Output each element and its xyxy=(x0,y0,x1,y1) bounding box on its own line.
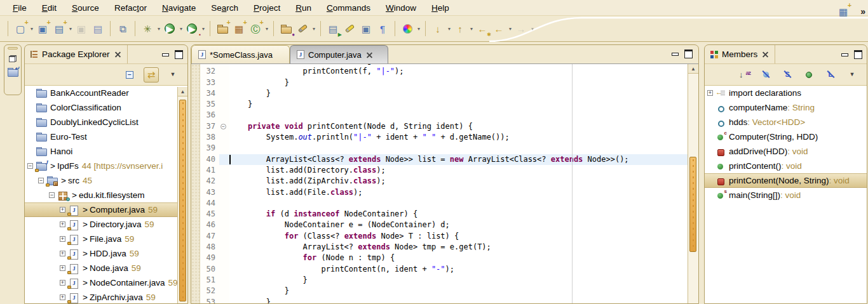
tree-item-ziparchiv-java[interactable]: +>ZipArchiv.java59 xyxy=(25,290,187,303)
tree-item-colorclassification[interactable]: ColorClassification xyxy=(25,100,187,115)
package-explorer-scrollbar[interactable]: ▲ xyxy=(177,87,187,303)
code-line-45[interactable]: 45 if (d instanceof NodeContainer) { xyxy=(200,209,688,220)
member-printcontent-[interactable]: printContent() : void xyxy=(705,159,867,173)
copy-pages-icon[interactable]: ⧉ xyxy=(115,21,130,36)
next-annotation-icon[interactable]: ↓▾ xyxy=(430,21,445,36)
open-resource-icon[interactable]: ● xyxy=(278,21,294,36)
menu-project[interactable]: Project xyxy=(246,2,288,14)
code-line-35[interactable]: 35 } xyxy=(200,99,688,110)
code-line-34[interactable]: 34 } xyxy=(200,88,688,99)
open-folder-fastview-icon[interactable]: ↵ xyxy=(7,67,18,77)
expand-toggle-icon[interactable]: + xyxy=(60,265,65,271)
menu-run[interactable]: Run xyxy=(288,2,319,14)
member-adddrive-hdd-[interactable]: addDrive(HDD) : void xyxy=(705,144,867,159)
expand-toggle-icon[interactable]: + xyxy=(60,236,65,242)
package-explorer-tab[interactable]: Package Explorer xyxy=(25,45,128,63)
maximize-button[interactable] xyxy=(175,50,182,57)
menu-source[interactable]: Source xyxy=(64,2,107,14)
new-package-icon[interactable]: ▦+ xyxy=(231,21,247,36)
code-line-51[interactable]: 51 } xyxy=(200,275,688,286)
toolbar-overflow-chevron[interactable]: » xyxy=(860,6,864,17)
hide-local-types-icon[interactable] xyxy=(823,67,838,83)
back-icon[interactable]: ←▾ xyxy=(491,21,506,36)
sort-icon[interactable] xyxy=(736,67,752,83)
perspective-icon[interactable]: ▦+ xyxy=(836,4,851,19)
tree-item-file-java[interactable]: +>File.java59 xyxy=(25,232,187,246)
menu-commands[interactable]: Commands xyxy=(319,2,378,14)
code-line-47[interactable]: 47 for (Class<? extends Node> T : list) … xyxy=(200,231,688,242)
debug-icon[interactable]: ✳▾ xyxy=(140,21,155,36)
run-last-tool-icon[interactable]: ▤▶ xyxy=(325,21,341,36)
member-import-declarations[interactable]: +import declarations xyxy=(705,86,867,100)
expand-toggle-icon[interactable]: + xyxy=(707,90,713,96)
code-line-42[interactable]: 42 list.add(ZipArchiv.class); xyxy=(200,176,688,187)
code-editor[interactable]: 31 for (File f : hdd.get(File.class)) {3… xyxy=(191,64,698,303)
search-icon[interactable]: ▾ xyxy=(295,21,310,36)
member-hdds[interactable]: hdds : Vector<HDD> xyxy=(705,115,867,129)
collapse-toggle-icon[interactable]: − xyxy=(38,178,44,183)
tree-item-bankaccountreader[interactable]: BankAccountReader xyxy=(25,86,187,100)
code-line-46[interactable]: 46 NodeContainer e = (NodeContainer) d; xyxy=(200,220,688,230)
scrollbar-thumb[interactable] xyxy=(179,100,186,301)
view-menu-icon[interactable]: ▼ xyxy=(165,67,180,83)
expand-toggle-icon[interactable]: + xyxy=(60,221,65,227)
expand-toggle-icon[interactable]: + xyxy=(60,207,65,213)
tree-item-doublylinkedcycliclist[interactable]: DoublyLinkedCyclicList xyxy=(25,115,187,129)
collapse-toggle-icon[interactable]: − xyxy=(27,163,33,169)
tree-item-nodecontainer-java[interactable]: +>NodeContainer.java59 xyxy=(25,275,187,290)
code-area[interactable]: 31 for (File f : hdd.get(File.class)) {3… xyxy=(200,64,688,303)
member-computername[interactable]: computerName : String xyxy=(705,100,867,115)
tree-item-hdd-java[interactable]: +>HDD.java59 xyxy=(25,246,187,261)
editor-tab-computerjava[interactable]: JComputer.java xyxy=(290,45,388,63)
code-line-32[interactable]: 32 printContent(f, "|-"); xyxy=(200,66,688,77)
tree-item-edu-kit-filesystem[interactable]: −>edu.kit.filesystem xyxy=(25,188,187,202)
prev-annotation-icon[interactable]: ↑▾ xyxy=(452,21,468,36)
minimize-button[interactable] xyxy=(671,50,679,56)
scrollbar-thumb[interactable] xyxy=(689,157,696,252)
code-line-33[interactable]: 33 } xyxy=(200,77,688,88)
code-line-49[interactable]: 49 for (Node n : tmp) { xyxy=(200,253,688,263)
color-wheel-icon[interactable]: ▾ xyxy=(400,21,415,36)
show-selected-element-icon[interactable]: ▣ xyxy=(358,21,374,36)
new-window-icon[interactable]: ▣+ xyxy=(35,21,50,36)
new-class-icon[interactable]: Ⓒ+▾ xyxy=(248,21,263,36)
code-line-39[interactable]: 39 xyxy=(200,143,688,154)
maximize-button[interactable] xyxy=(854,50,862,57)
hide-fields-icon[interactable] xyxy=(758,67,773,83)
code-line-38[interactable]: 38 System.out.println("|-" + ident + " "… xyxy=(200,132,688,143)
tree-item-node-java[interactable]: +>Node.java59 xyxy=(25,261,187,275)
print-icon[interactable]: ▤ xyxy=(90,21,105,36)
editor-tab-someclassjava[interactable]: J*SomeClass.java xyxy=(191,45,290,63)
code-line-48[interactable]: 48 ArrayList<? extends Node> tmp = e.get… xyxy=(200,242,688,253)
view-menu-icon[interactable]: ▼ xyxy=(844,67,860,83)
minimize-button[interactable] xyxy=(841,50,848,57)
hide-nonpublic-icon[interactable] xyxy=(801,67,817,83)
code-line-53[interactable]: 53 } xyxy=(200,297,688,303)
code-line-44[interactable]: 44 xyxy=(200,198,688,209)
hide-static-icon[interactable] xyxy=(780,67,795,83)
new-wizard-icon[interactable]: ▢+▾ xyxy=(13,21,28,36)
editor-scrollbar[interactable]: ▲ xyxy=(688,64,698,303)
close-icon[interactable] xyxy=(763,51,768,57)
collapse-toggle-icon[interactable]: − xyxy=(49,192,55,198)
show-whitespace-icon[interactable]: ¶ xyxy=(375,21,390,36)
tree-item-ipdfs[interactable]: −J>IpdFs44 [https://svnserver.i xyxy=(25,159,187,173)
link-with-editor-icon[interactable]: ⇄ xyxy=(144,67,159,83)
external-tools-icon[interactable]: ▶▪▾ xyxy=(184,21,200,36)
members-tab[interactable]: Members xyxy=(705,45,775,63)
code-line-40[interactable]: 40 ArrayList<Class<? extends Node>> list… xyxy=(200,154,688,165)
maximize-button[interactable] xyxy=(684,50,692,56)
expand-toggle-icon[interactable]: + xyxy=(60,251,65,256)
tree-item-euro-test[interactable]: Euro-Test xyxy=(25,129,187,144)
menu-window[interactable]: Window xyxy=(378,2,424,14)
code-line-50[interactable]: 50 printContent(n, ident + "-"); xyxy=(200,264,688,275)
menu-navigate[interactable]: Navigate xyxy=(154,2,203,14)
tree-item-computer-java[interactable]: +>Computer.java59 xyxy=(25,202,187,217)
new-editor-icon[interactable]: ▤+▾ xyxy=(51,21,67,36)
mark-occurrences-icon[interactable] xyxy=(342,21,357,36)
last-edit-location-icon[interactable]: ←✱ xyxy=(475,21,490,36)
tree-item-src[interactable]: −>src45 xyxy=(25,173,187,188)
collapse-all-icon[interactable] xyxy=(122,67,137,83)
code-line-36[interactable]: 36 xyxy=(200,110,688,121)
close-icon[interactable] xyxy=(115,51,121,57)
